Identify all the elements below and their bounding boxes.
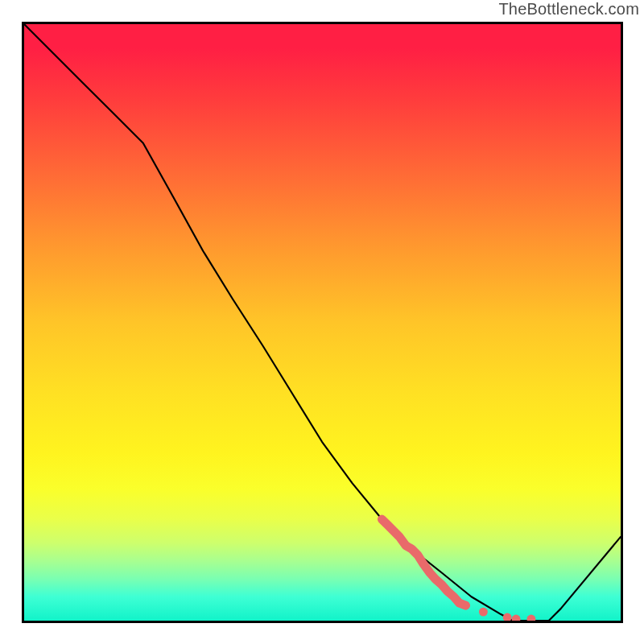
- watermark-text: TheBottleneck.com: [498, 0, 639, 19]
- bottleneck-curve-line: [24, 24, 621, 621]
- highlight-point: [479, 608, 488, 617]
- plot-area: [22, 22, 623, 623]
- highlight-segment: [382, 519, 465, 605]
- highlight-point: [512, 615, 521, 621]
- chart-container: TheBottleneck.com: [0, 0, 644, 644]
- chart-overlay: [24, 24, 621, 621]
- highlight-point: [526, 615, 535, 621]
- highlight-point: [503, 613, 512, 621]
